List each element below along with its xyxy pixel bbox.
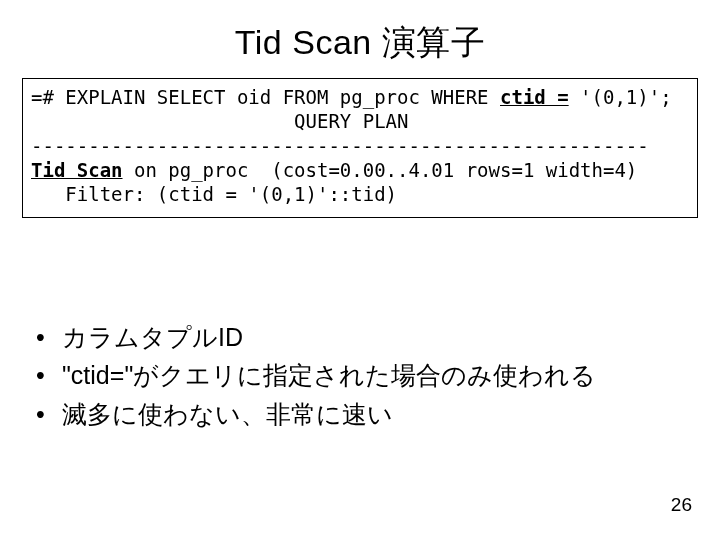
slide-title: Tid Scan 演算子: [22, 20, 698, 66]
bullet-list: • カラムタプルID • "ctid="がクエリに指定された場合のみ使われる •…: [22, 318, 698, 434]
code-line-3: ----------------------------------------…: [31, 135, 649, 157]
code-line-5: Filter: (ctid = '(0,1)'::tid): [31, 183, 397, 205]
bullet-text: カラムタプルID: [62, 318, 243, 357]
bullet-item: • "ctid="がクエリに指定された場合のみ使われる: [36, 356, 698, 395]
slide: Tid Scan 演算子 =# EXPLAIN SELECT oid FROM …: [0, 0, 720, 540]
bullet-text: 滅多に使わない、非常に速い: [62, 395, 393, 434]
code-line-1-a: =# EXPLAIN SELECT oid FROM pg_proc WHERE: [31, 86, 500, 108]
query-plan-box: =# EXPLAIN SELECT oid FROM pg_proc WHERE…: [22, 78, 698, 218]
bullet-text: "ctid="がクエリに指定された場合のみ使われる: [62, 356, 596, 395]
code-line-1-c: '(0,1)';: [569, 86, 672, 108]
code-line-2: QUERY PLAN: [31, 110, 409, 132]
bullet-marker: •: [36, 356, 62, 395]
code-ctid-eq: ctid =: [500, 86, 569, 108]
code-tid-scan: Tid Scan: [31, 159, 123, 181]
code-line-4-b: on pg_proc (cost=0.00..4.01 rows=1 width…: [123, 159, 638, 181]
bullet-item: • カラムタプルID: [36, 318, 698, 357]
bullet-item: • 滅多に使わない、非常に速い: [36, 395, 698, 434]
page-number: 26: [671, 494, 692, 516]
bullet-marker: •: [36, 318, 62, 357]
bullet-marker: •: [36, 395, 62, 434]
